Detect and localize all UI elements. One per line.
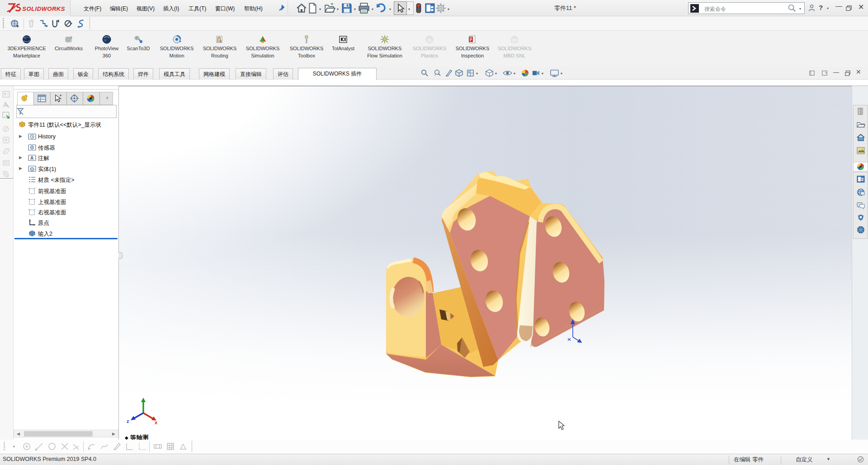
svg-text:z: z xyxy=(127,418,129,424)
svg-text:x: x xyxy=(155,420,158,425)
svg-text:SOLIDWORKS: SOLIDWORKS xyxy=(22,5,65,12)
svg-text:A: A xyxy=(30,156,33,161)
